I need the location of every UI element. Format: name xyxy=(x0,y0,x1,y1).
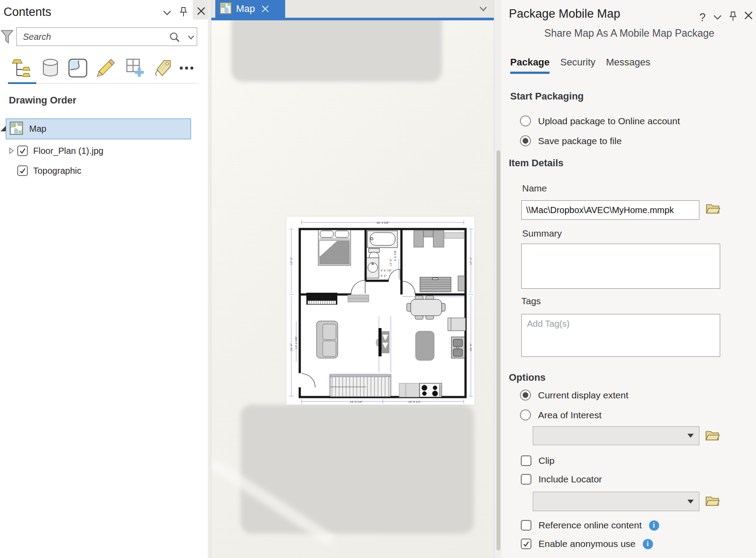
layer-row-floor-plan[interactable]: Floor_Plan (1).jpg xyxy=(17,145,103,156)
svg-text:16' 6 1/4": 16' 6 1/4" xyxy=(350,400,363,403)
tab-security[interactable]: Security xyxy=(560,57,595,74)
reference-online-checkbox-row[interactable]: Reference online content i xyxy=(521,520,659,531)
list-by-editing-button[interactable] xyxy=(94,57,117,80)
bed xyxy=(318,230,351,265)
more-options-button[interactable] xyxy=(176,57,197,80)
side-table xyxy=(348,295,369,302)
svg-text:6' 6": 6' 6" xyxy=(381,274,387,277)
locator-browse-folder-icon[interactable] xyxy=(705,495,720,508)
coffee-table xyxy=(416,331,434,360)
dropdown-arrow-icon xyxy=(687,434,694,438)
list-by-labeling-button[interactable] xyxy=(151,57,174,80)
active-toolbar-tab-underline xyxy=(8,82,36,84)
svg-text:4' 6 7/8": 4' 6 7/8" xyxy=(393,250,397,261)
radio-area-of-interest[interactable]: Area of Interest xyxy=(520,409,602,420)
panel-pin-icon[interactable] xyxy=(727,10,739,23)
fridge xyxy=(448,318,466,331)
stairs xyxy=(330,375,390,397)
map-view-tab[interactable]: Map xyxy=(215,0,285,18)
contents-close-icon[interactable] xyxy=(195,5,207,17)
map-tab-label: Map xyxy=(236,3,255,15)
name-input[interactable] xyxy=(521,200,699,220)
panel-close-icon[interactable] xyxy=(743,10,754,21)
reference-online-info-icon[interactable]: i xyxy=(649,520,659,531)
map-view: Map xyxy=(211,0,494,558)
reference-online-checkbox[interactable] xyxy=(521,520,531,531)
search-icon[interactable] xyxy=(168,31,181,43)
panel-scrollbar-thumb[interactable] xyxy=(496,150,500,550)
radio-area-of-interest-icon[interactable] xyxy=(520,409,531,420)
layer-label-floor-plan: Floor_Plan (1).jpg xyxy=(33,146,103,156)
view-menu-chevron-icon[interactable] xyxy=(478,4,489,14)
contents-panel: Contents xyxy=(0,0,208,558)
map-tab-close-icon[interactable] xyxy=(261,5,269,13)
tab-package[interactable]: Package xyxy=(510,57,550,74)
list-by-snapping-button[interactable] xyxy=(124,57,147,80)
anonymous-use-info-icon[interactable]: i xyxy=(643,539,653,549)
options-header: Options xyxy=(509,372,546,383)
svg-text:22' 4": 22' 4" xyxy=(290,343,293,351)
anonymous-use-checkbox[interactable] xyxy=(521,539,531,549)
item-details-header: Item Details xyxy=(509,157,564,169)
layer-row-map[interactable]: Map xyxy=(6,118,191,139)
tags-input[interactable] xyxy=(521,314,720,357)
map-canvas[interactable]: 36' 3 5/8" 17' 2" 22' 4" 13' 1 5/8" 17' … xyxy=(211,20,494,558)
panel-splitter[interactable] xyxy=(208,0,211,558)
tab-messages[interactable]: Messages xyxy=(606,57,650,74)
list-by-data-source-button[interactable] xyxy=(39,57,62,80)
svg-text:36' 3 5/8": 36' 3 5/8" xyxy=(376,221,389,224)
map-thumbnail-icon xyxy=(10,122,23,137)
panel-scrollbar[interactable] xyxy=(495,0,501,558)
contents-panel-title: Contents xyxy=(4,5,51,19)
area-of-interest-dropdown[interactable] xyxy=(533,426,699,445)
cabinet xyxy=(458,276,465,291)
clip-checkbox-row[interactable]: Clip xyxy=(521,455,554,466)
package-mobile-map-panel: Package Mobile Map ? Share Map As A Mobi… xyxy=(494,0,756,558)
radio-current-extent[interactable]: Current display extent xyxy=(520,390,628,401)
radio-save-icon[interactable] xyxy=(520,135,531,146)
contents-pin-icon[interactable] xyxy=(178,5,189,19)
svg-text:17' 2": 17' 2" xyxy=(290,257,293,265)
list-by-selection-button[interactable] xyxy=(66,57,89,80)
bedroom2-desk xyxy=(414,230,464,247)
svg-text:17' 1": 17' 1" xyxy=(469,257,472,265)
svg-text:4' 6 7/8": 4' 6 7/8" xyxy=(381,269,392,272)
summary-textarea[interactable] xyxy=(521,244,720,289)
radio-save-package[interactable]: Save package to file xyxy=(520,135,622,146)
panel-tabs: Package Security Messages xyxy=(510,57,650,74)
tags-label: Tags xyxy=(521,296,541,306)
layer-checkbox-topographic[interactable] xyxy=(17,165,28,176)
radio-upload-icon[interactable] xyxy=(520,115,531,126)
locator-dropdown[interactable] xyxy=(533,492,699,511)
browse-folder-icon[interactable] xyxy=(706,203,721,216)
list-by-drawing-order-button[interactable] xyxy=(10,57,33,80)
layer-checkbox-floor-plan[interactable] xyxy=(17,145,28,156)
radio-upload-package[interactable]: Upload package to Online account xyxy=(520,115,680,126)
panel-title: Package Mobile Map xyxy=(509,7,620,21)
layer-expander-icon[interactable] xyxy=(9,147,14,156)
stove xyxy=(420,383,442,397)
include-locator-checkbox-row[interactable]: Include Locator xyxy=(521,474,602,485)
help-icon[interactable]: ? xyxy=(697,11,708,24)
include-locator-checkbox[interactable] xyxy=(521,474,531,485)
floor-plan-layer: 36' 3 5/8" 17' 2" 22' 4" 13' 1 5/8" 17' … xyxy=(286,217,474,405)
radio-current-extent-icon[interactable] xyxy=(520,390,531,401)
search-dropdown-chevron-icon[interactable] xyxy=(186,33,196,42)
layer-row-topographic[interactable]: Topographic xyxy=(17,165,81,176)
basemap-building-bottom xyxy=(241,405,474,534)
panel-collapse-chevron-icon[interactable] xyxy=(712,12,723,22)
arcgis-pro-window: Contents xyxy=(0,0,756,558)
filter-icon[interactable] xyxy=(0,29,14,45)
aoi-browse-folder-icon[interactable] xyxy=(705,429,720,443)
media-unit xyxy=(376,328,389,356)
svg-text:16' 9 1/2": 16' 9 1/2" xyxy=(408,400,421,403)
dropdown-arrow-icon xyxy=(687,500,694,504)
drawing-order-header: Drawing Order xyxy=(9,95,76,106)
svg-text:20' 4": 20' 4" xyxy=(469,343,472,351)
summary-label: Summary xyxy=(522,228,562,239)
basemap-building-top xyxy=(231,20,442,82)
map-tab-icon xyxy=(220,2,232,16)
contents-collapse-chevron-icon[interactable] xyxy=(161,7,173,19)
anonymous-use-checkbox-row[interactable]: Enable anonymous use i xyxy=(521,539,653,549)
clip-checkbox[interactable] xyxy=(521,455,531,466)
